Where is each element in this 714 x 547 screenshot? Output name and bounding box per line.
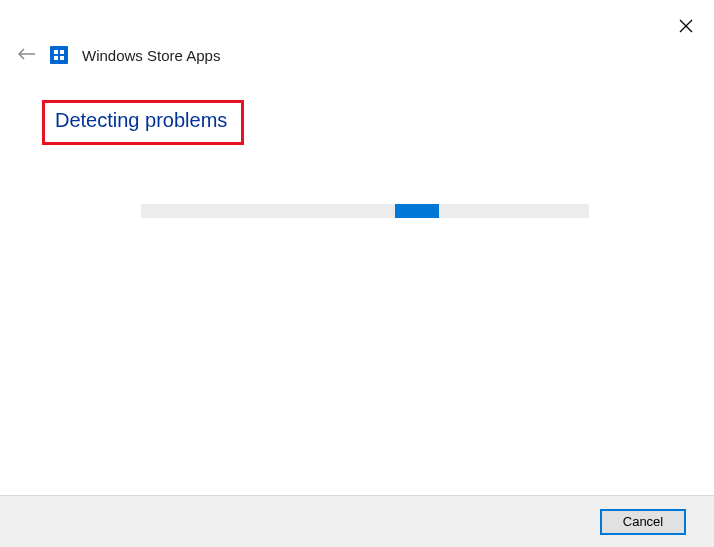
arrow-left-icon [18,46,36,64]
cancel-button[interactable]: Cancel [600,509,686,535]
svg-rect-6 [60,56,64,60]
store-app-icon [50,46,68,64]
footer: Cancel [0,495,714,547]
header: Windows Store Apps [18,46,220,64]
svg-rect-3 [54,50,58,54]
back-button[interactable] [18,46,36,64]
svg-rect-5 [54,56,58,60]
progress-indicator [395,204,439,218]
status-highlight-box: Detecting problems [42,100,244,145]
close-icon [679,19,693,37]
window-title: Windows Store Apps [82,47,220,64]
close-button[interactable] [676,18,696,38]
svg-rect-4 [60,50,64,54]
progress-bar [141,204,589,218]
status-heading: Detecting problems [55,109,227,132]
